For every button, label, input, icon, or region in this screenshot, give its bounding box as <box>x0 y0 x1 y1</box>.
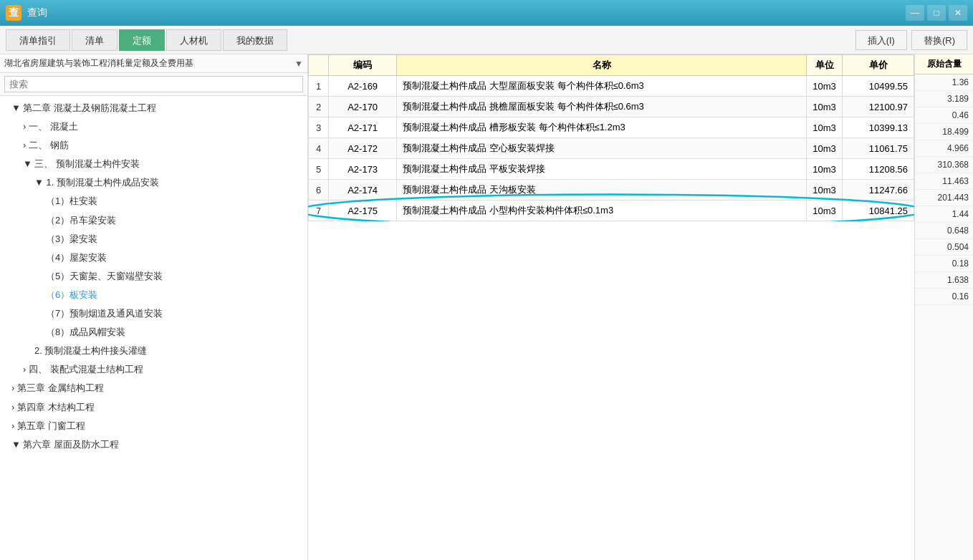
sidebar-header: 原始含量 <box>915 54 973 74</box>
row-code: A2-169 <box>329 76 397 97</box>
row-name: 预制混凝土构件成品 大型屋面板安装 每个构件体积≤0.6m3 <box>397 76 807 97</box>
tab-wodedata[interactable]: 我的数据 <box>223 29 287 51</box>
row-code: A2-173 <box>329 159 397 180</box>
sidebar-value: 201.443 <box>915 190 973 206</box>
main-content: 湖北省房屋建筑与装饰工程消耗量定额及全费用基 ▼ ▼ 第二章 混凝土及钢筋混凝土… <box>0 54 973 560</box>
row-unit: 10m3 <box>807 159 843 180</box>
row-code: A2-170 <box>329 97 397 117</box>
tree-item-three1[interactable]: ▼ 1. 预制混凝土构件成品安装 <box>0 173 307 192</box>
sidebar-value: 0.648 <box>915 223 973 239</box>
row-num: 3 <box>309 117 329 138</box>
col-header-name: 名称 <box>397 55 807 76</box>
expand-icon-one: › <box>23 121 29 132</box>
tree-item-three1-5[interactable]: （5）天窗架、天窗端壁安装 <box>0 267 307 286</box>
expand-icon-ch4: › <box>11 402 17 412</box>
data-table: 编码 名称 单位 单价 1 A2-169 预制混凝土构件成品 大型屋面板安装 每… <box>308 54 914 221</box>
row-price: 12100.97 <box>843 97 914 117</box>
tab-rencaiji[interactable]: 人材机 <box>166 29 221 51</box>
tree-item-three2[interactable]: 2. 预制混凝土构件接头灌缝 <box>0 342 307 360</box>
sidebar-value: 4.966 <box>915 140 973 157</box>
sidebar-value: 1.638 <box>915 272 973 289</box>
row-price: 11247.66 <box>843 180 914 201</box>
table-row[interactable]: 2 A2-170 预制混凝土构件成品 挑檐屋面板安装 每个构件体积≤0.6m3 … <box>309 97 914 117</box>
right-sidebar: 原始含量 1.363.1890.4618.4994.966310.36811.4… <box>914 54 973 560</box>
expand-icon-ch2: ▼ <box>11 102 23 113</box>
row-code: A2-171 <box>329 117 397 138</box>
row-unit: 10m3 <box>807 97 843 117</box>
window-title: 查询 <box>27 6 906 19</box>
tree-item-ch5[interactable]: › 第五章 门窗工程 <box>0 417 307 435</box>
table-row[interactable]: 5 A2-173 预制混凝土构件成品 平板安装焊接 10m3 11208.56 <box>309 159 914 180</box>
table-row[interactable]: 7 A2-175 预制混凝土构件成品 小型构件安装构件体积≤0.1m3 10m3… <box>309 201 914 221</box>
table-row[interactable]: 3 A2-171 预制混凝土构件成品 槽形板安装 每个构件体积≤1.2m3 10… <box>309 117 914 138</box>
search-box <box>0 73 307 96</box>
tree-item-one[interactable]: › 一、 混凝土 <box>0 117 307 136</box>
tree-item-ch2[interactable]: ▼ 第二章 混凝土及钢筋混凝土工程 <box>0 99 307 117</box>
dropdown-arrow-icon[interactable]: ▼ <box>294 59 303 69</box>
tree-item-ch6[interactable]: ▼ 第六章 屋面及防水工程 <box>0 435 307 454</box>
maximize-button[interactable]: □ <box>927 5 946 21</box>
row-name: 预制混凝土构件成品 小型构件安装构件体积≤0.1m3 <box>397 201 807 221</box>
tree-item-two[interactable]: › 二、 钢筋 <box>0 136 307 155</box>
tab-qingdan[interactable]: 清单 <box>72 29 118 51</box>
app-icon: 查 <box>6 5 21 21</box>
row-num: 7 <box>309 201 329 221</box>
toolbar: 清单指引 清单 定额 人材机 我的数据 插入(I) 替换(R) <box>0 26 973 54</box>
table-row[interactable]: 1 A2-169 预制混凝土构件成品 大型屋面板安装 每个构件体积≤0.6m3 … <box>309 76 914 97</box>
replace-button[interactable]: 替换(R) <box>911 30 967 50</box>
table-row[interactable]: 6 A2-174 预制混凝土构件成品 天沟板安装 10m3 11247.66 <box>309 180 914 201</box>
insert-button[interactable]: 插入(I) <box>855 30 907 50</box>
expand-icon-ch5: › <box>11 420 17 431</box>
tree-item-three[interactable]: ▼ 三、 预制混凝土构件安装 <box>0 155 307 173</box>
expand-icon-ch3: › <box>11 382 17 393</box>
row-price: 10499.55 <box>843 76 914 97</box>
col-header-code: 编码 <box>329 55 397 76</box>
row-price: 10399.13 <box>843 117 914 138</box>
row-price: 10841.25 <box>843 201 914 221</box>
sidebar-values: 1.363.1890.4618.4994.966310.36811.463201… <box>915 74 973 305</box>
row-code: A2-174 <box>329 180 397 201</box>
db-selector[interactable]: 湖北省房屋建筑与装饰工程消耗量定额及全费用基 ▼ <box>0 54 307 73</box>
sidebar-value: 1.44 <box>915 206 973 223</box>
tree-item-three1-6[interactable]: （6）板安装 <box>0 286 307 304</box>
expand-icon-four: › <box>23 364 29 375</box>
expand-icon-three: ▼ <box>23 158 34 169</box>
sidebar-value: 0.46 <box>915 107 973 124</box>
sidebar-value: 0.504 <box>915 239 973 256</box>
sidebar-value: 3.189 <box>915 91 973 107</box>
minimize-button[interactable]: — <box>906 5 924 21</box>
col-header-price: 单价 <box>843 55 914 76</box>
tree-item-three1-1[interactable]: （1）柱安装 <box>0 192 307 211</box>
row-num: 4 <box>309 138 329 159</box>
sidebar-value: 310.368 <box>915 157 973 173</box>
close-button[interactable]: ✕ <box>949 5 967 21</box>
row-unit: 10m3 <box>807 180 843 201</box>
tree-item-ch4[interactable]: › 第四章 木结构工程 <box>0 398 307 417</box>
table-row[interactable]: 4 A2-172 预制混凝土构件成品 空心板安装焊接 10m3 11061.75 <box>309 138 914 159</box>
tree-item-three1-3[interactable]: （3）梁安装 <box>0 230 307 248</box>
sidebar-value: 1.36 <box>915 74 973 91</box>
table-wrapper: 编码 名称 单位 单价 1 A2-169 预制混凝土构件成品 大型屋面板安装 每… <box>308 54 914 221</box>
row-name: 预制混凝土构件成品 槽形板安装 每个构件体积≤1.2m3 <box>397 117 807 138</box>
row-unit: 10m3 <box>807 117 843 138</box>
tree-item-four[interactable]: › 四、 装配式混凝土结构工程 <box>0 360 307 379</box>
row-code: A2-175 <box>329 201 397 221</box>
tab-dinge[interactable]: 定额 <box>119 29 165 51</box>
search-input[interactable] <box>4 76 303 92</box>
row-unit: 10m3 <box>807 138 843 159</box>
tree-item-three1-2[interactable]: （2）吊车梁安装 <box>0 211 307 230</box>
tree-area: ▼ 第二章 混凝土及钢筋混凝土工程 › 一、 混凝土 › 二、 钢筋 ▼ 三、 … <box>0 96 307 560</box>
tree-item-three1-7[interactable]: （7）预制烟道及通风道安装 <box>0 304 307 323</box>
expand-icon-two: › <box>23 140 29 150</box>
row-name: 预制混凝土构件成品 天沟板安装 <box>397 180 807 201</box>
row-price: 11061.75 <box>843 138 914 159</box>
tree-item-three1-4[interactable]: （4）屋架安装 <box>0 248 307 267</box>
right-panel: 编码 名称 单位 单价 1 A2-169 预制混凝土构件成品 大型屋面板安装 每… <box>308 54 973 560</box>
sidebar-value: 18.499 <box>915 124 973 140</box>
tree-item-three1-8[interactable]: （8）成品风帽安装 <box>0 323 307 342</box>
tab-qingdanyini[interactable]: 清单指引 <box>6 29 70 51</box>
row-name: 预制混凝土构件成品 挑檐屋面板安装 每个构件体积≤0.6m3 <box>397 97 807 117</box>
row-unit: 10m3 <box>807 76 843 97</box>
row-num: 1 <box>309 76 329 97</box>
tree-item-ch3[interactable]: › 第三章 金属结构工程 <box>0 379 307 397</box>
